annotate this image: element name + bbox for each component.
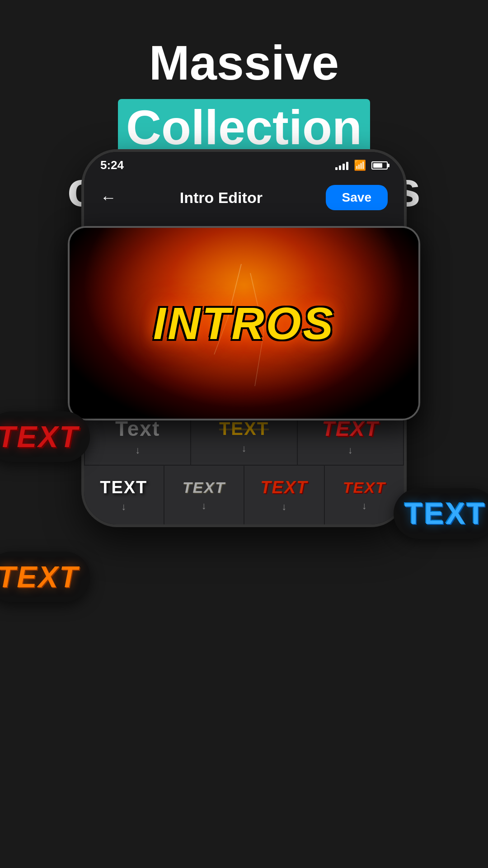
bubble-top-right: TEXT <box>394 488 488 539</box>
hero-collection-highlight: Collection <box>118 99 370 156</box>
bottom-preset-1[interactable]: TEXT ↓ <box>84 466 164 524</box>
status-time: 5:24 <box>100 158 124 172</box>
bottom-text-1: TEXT <box>100 478 147 497</box>
battery-icon <box>371 161 388 170</box>
video-preview-container: INTROS <box>68 226 420 420</box>
bottom-preset-4[interactable]: TEXT ↓ <box>325 466 404 524</box>
bubble-orange-text: TEXT <box>0 560 79 594</box>
bottom-preset-2[interactable]: TEXT ↓ <box>164 466 244 524</box>
bubble-top-left: TEXT <box>0 411 90 462</box>
wifi-icon: 📶 <box>354 160 366 171</box>
nav-bar: ← Intro Editor Save <box>84 177 404 218</box>
bottom-presets-row: TEXT ↓ TEXT ↓ TEXT ↓ TEXT ↓ <box>84 466 404 524</box>
bottom-text-3: TEXT <box>260 478 308 497</box>
bottom-text-2: TEXT <box>183 479 225 496</box>
video-preview: INTROS <box>68 226 420 420</box>
bottom-preset-3[interactable]: TEXT ↓ <box>244 466 324 524</box>
nav-title: Intro Editor <box>180 189 263 207</box>
save-button[interactable]: Save <box>326 185 388 210</box>
back-button[interactable]: ← <box>100 188 117 207</box>
bubble-red-text: TEXT <box>0 420 79 453</box>
hero-line1: Massive Collection <box>27 36 461 156</box>
bubble-blue-text: TEXT <box>404 497 486 530</box>
bottom-text-4: TEXT <box>343 479 386 496</box>
hero-massive: Massive <box>149 36 339 90</box>
preset-text-ornate: TEXT <box>219 419 269 439</box>
status-bar: 5:24 📶 <box>84 152 404 177</box>
signal-icon <box>335 161 348 170</box>
download-arrow-b3: ↓ <box>282 501 286 513</box>
download-arrow-5: ↓ <box>241 443 246 454</box>
download-arrow-b1: ↓ <box>121 501 126 513</box>
download-arrow-b4: ↓ <box>362 500 367 512</box>
download-arrow-6: ↓ <box>348 444 353 456</box>
download-arrow-b2: ↓ <box>202 500 206 512</box>
intros-title: INTROS <box>153 297 335 349</box>
download-arrow-4: ↓ <box>135 444 140 456</box>
bubble-mid-left: TEXT <box>0 552 90 602</box>
status-icons: 📶 <box>335 160 388 171</box>
